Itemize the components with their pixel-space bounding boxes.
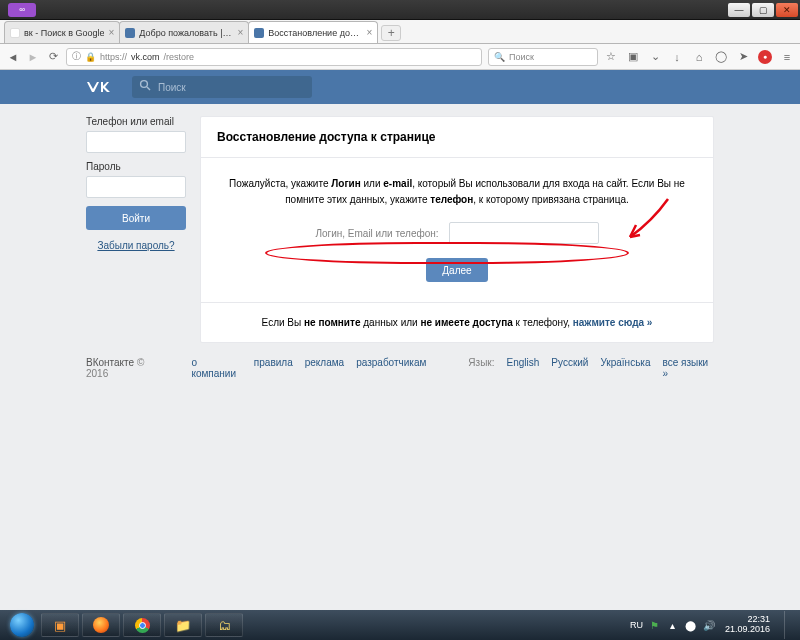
show-desktop-button[interactable]: [784, 611, 794, 639]
tab-close-icon[interactable]: ×: [366, 27, 372, 38]
footer-link[interactable]: о компании: [191, 357, 241, 379]
share-icon[interactable]: ➤: [736, 50, 750, 64]
footer-link[interactable]: разработчикам: [356, 357, 426, 379]
windows-orb-icon: [10, 613, 34, 637]
lang-link[interactable]: English: [507, 357, 540, 379]
windows-taskbar: ▣ 📁 🗂 RU ⚑ ▴ ⬤ 🔊 22:3121.09.2016: [0, 610, 800, 640]
bookmark-icon[interactable]: ☆: [604, 50, 618, 64]
lang-link[interactable]: Українська: [600, 357, 650, 379]
browser-tab-active[interactable]: Восстановление доступа … ×: [248, 21, 378, 43]
browser-search-input[interactable]: 🔍 Поиск: [488, 48, 598, 66]
svg-point-0: [141, 81, 148, 88]
svg-line-1: [147, 87, 150, 90]
url-path: /restore: [164, 52, 195, 62]
pocket-icon[interactable]: ⌄: [648, 50, 662, 64]
vk-favicon-icon: [254, 28, 264, 38]
taskbar-app[interactable]: 🗂: [205, 613, 243, 637]
tray-lang[interactable]: RU: [630, 620, 643, 630]
password-label: Пароль: [86, 161, 186, 172]
search-icon: [139, 79, 153, 93]
restore-input-label: Логин, Email или телефон:: [315, 228, 438, 239]
start-button[interactable]: [6, 611, 38, 639]
new-tab-button[interactable]: +: [381, 25, 401, 41]
tab-label: Добро пожаловать | ВКон…: [139, 28, 233, 38]
tab-close-icon[interactable]: ×: [237, 27, 243, 38]
vk-search-input[interactable]: Поиск: [132, 76, 312, 98]
info-icon[interactable]: ⓘ: [72, 50, 81, 63]
vk-favicon-icon: [125, 28, 135, 38]
restore-alt-row: Если Вы не помните данных или не имеете …: [201, 302, 713, 342]
window-titlebar: ∞ — ▢ ✕: [0, 0, 800, 20]
instruction-text: Пожалуйста, укажите Логин или e-mail, ко…: [225, 176, 689, 208]
click-here-link[interactable]: нажмите сюда »: [573, 317, 653, 328]
system-tray: RU ⚑ ▴ ⬤ 🔊 22:3121.09.2016: [630, 611, 794, 639]
signin-button[interactable]: Войти: [86, 206, 186, 230]
address-bar[interactable]: ⓘ 🔒 https://vk.com/restore: [66, 48, 482, 66]
lock-icon: 🔒: [85, 52, 96, 62]
tray-volume-icon[interactable]: 🔊: [703, 619, 715, 631]
adblock-icon[interactable]: ●: [758, 50, 772, 64]
reload-button[interactable]: ⟳: [46, 50, 60, 64]
login-input[interactable]: [86, 131, 186, 153]
taskbar-app-firefox[interactable]: [82, 613, 120, 637]
taskbar-app-chrome[interactable]: [123, 613, 161, 637]
window-maximize-button[interactable]: ▢: [752, 3, 774, 17]
browser-tab[interactable]: Добро пожаловать | ВКон… ×: [119, 21, 249, 43]
login-sidebar: Телефон или email Пароль Войти Забыли па…: [86, 116, 186, 343]
reader-icon[interactable]: ▣: [626, 50, 640, 64]
firefox-badge: ∞: [8, 3, 36, 17]
footer-link[interactable]: реклама: [305, 357, 344, 379]
window-close-button[interactable]: ✕: [776, 3, 798, 17]
password-input[interactable]: [86, 176, 186, 198]
search-icon: 🔍: [494, 52, 505, 62]
tray-clock[interactable]: 22:3121.09.2016: [721, 615, 774, 635]
restore-panel: Восстановление доступа к странице Пожалу…: [200, 116, 714, 343]
footer-link[interactable]: правила: [254, 357, 293, 379]
browser-tabstrip: вк - Поиск в Google × Добро пожаловать |…: [0, 20, 800, 44]
back-button[interactable]: ◄: [6, 50, 20, 64]
vk-footer: ВКонтакте © 2016 о компании правила рекл…: [86, 357, 714, 379]
tab-label: Восстановление доступа …: [268, 28, 362, 38]
login-label: Телефон или email: [86, 116, 186, 127]
lang-link[interactable]: все языки »: [663, 357, 715, 379]
vk-search-placeholder: Поиск: [158, 82, 186, 93]
tab-label: вк - Поиск в Google: [24, 28, 104, 38]
lang-link[interactable]: Русский: [551, 357, 588, 379]
forgot-password-link[interactable]: Забыли пароль?: [86, 240, 186, 251]
url-protocol: https://: [100, 52, 127, 62]
menu-icon[interactable]: ≡: [780, 50, 794, 64]
google-favicon-icon: [10, 28, 20, 38]
vk-logo[interactable]: [86, 79, 110, 95]
tab-close-icon[interactable]: ×: [108, 27, 114, 38]
sync-icon[interactable]: ◯: [714, 50, 728, 64]
browser-tab[interactable]: вк - Поиск в Google ×: [4, 21, 120, 43]
tray-flag-icon[interactable]: ⚑: [649, 619, 661, 631]
window-minimize-button[interactable]: —: [728, 3, 750, 17]
url-host: vk.com: [131, 52, 160, 62]
downloads-icon[interactable]: ↓: [670, 50, 684, 64]
tray-chevron-icon[interactable]: ▴: [667, 619, 679, 631]
forward-button[interactable]: ►: [26, 50, 40, 64]
browser-navbar: ◄ ► ⟳ ⓘ 🔒 https://vk.com/restore 🔍 Поиск…: [0, 44, 800, 70]
search-placeholder: Поиск: [509, 52, 534, 62]
page-title: Восстановление доступа к странице: [201, 117, 713, 158]
restore-input[interactable]: [449, 222, 599, 244]
taskbar-app-explorer[interactable]: 📁: [164, 613, 202, 637]
home-icon[interactable]: ⌂: [692, 50, 706, 64]
tray-network-icon[interactable]: ⬤: [685, 619, 697, 631]
next-button[interactable]: Далее: [426, 258, 487, 282]
taskbar-app[interactable]: ▣: [41, 613, 79, 637]
vk-header: Поиск: [0, 70, 800, 104]
